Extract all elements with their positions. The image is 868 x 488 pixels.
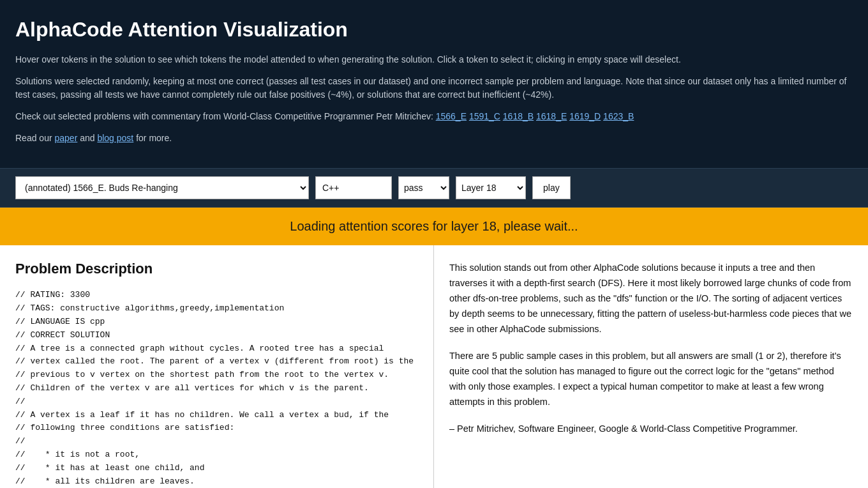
right-para-1: This solution stands out from other Alph… [449,261,853,337]
loading-banner: Loading attention scores for layer 18, p… [0,208,868,245]
link-1618b[interactable]: 1618_B [503,111,534,121]
for-more-text: for more. [136,133,172,143]
pass-select[interactable]: pass fail [398,176,449,199]
and-text: and [80,133,94,143]
header-section: AlphaCode Attention Visualization Hover … [0,0,868,168]
controls-bar: (annotated) 1566_E. Buds Re-hanging C++ … [0,168,868,208]
blog-post-link[interactable]: blog post [97,133,133,143]
read-our-text: Read our [15,133,52,143]
problem-select[interactable]: (annotated) 1566_E. Buds Re-hanging [15,176,309,199]
layer-select[interactable]: Layer 0 Layer 1 Layer 2 Layer 3 Layer 4 … [456,176,526,199]
page-title: AlphaCode Attention Visualization [15,18,853,42]
header-para-4: Read our paper and blog post for more. [15,132,853,146]
link-1623b[interactable]: 1623_B [603,111,634,121]
main-content: Problem Description // RATING: 3300 // T… [0,245,868,488]
left-panel: Problem Description // RATING: 3300 // T… [0,245,434,488]
play-button[interactable]: play [532,176,571,199]
header-para-3-pre: Check out selected problems with comment… [15,111,433,121]
link-1618e[interactable]: 1618_E [536,111,567,121]
header-para-3: Check out selected problems with comment… [15,110,853,124]
right-para-2: There are 5 public sample cases in this … [449,349,853,410]
link-1591c[interactable]: 1591_C [469,111,500,121]
code-block: // RATING: 3300 // TAGS: constructive al… [15,289,418,488]
language-display: C++ [315,176,392,199]
paper-link[interactable]: paper [54,133,77,143]
header-para-2: Solutions were selected randomly, keepin… [15,75,853,102]
header-para-1: Hover over tokens in the solution to see… [15,53,853,67]
link-1619d[interactable]: 1619_D [569,111,601,121]
link-1566e[interactable]: 1566_E [436,111,467,121]
right-panel: This solution stands out from other Alph… [434,245,868,488]
right-para-3: – Petr Mitrichev, Software Engineer, Goo… [449,422,853,437]
problem-description-title: Problem Description [15,261,418,277]
